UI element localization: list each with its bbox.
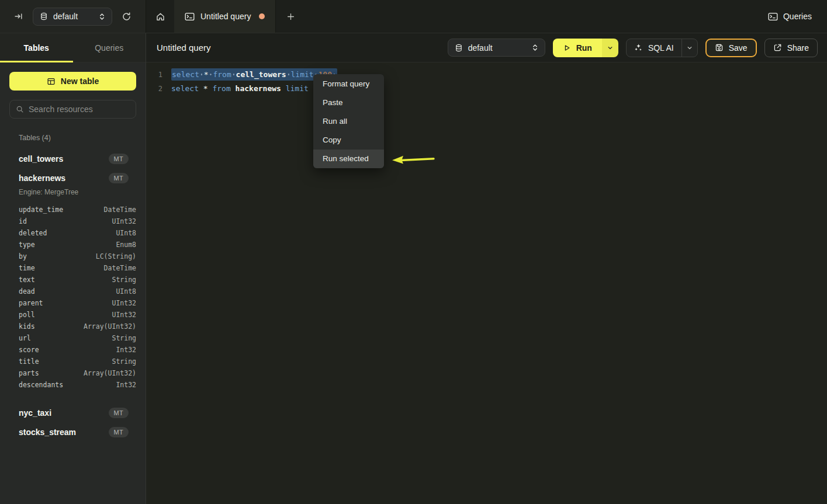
column-name: text xyxy=(19,276,35,284)
sidebar-tab-queries[interactable]: Queries xyxy=(73,33,146,62)
code-token: select xyxy=(172,70,199,79)
sidebar-tabs: Tables Queries xyxy=(0,33,146,62)
column-type: String xyxy=(112,357,136,366)
queries-button[interactable]: Queries xyxy=(768,12,812,21)
database-selector[interactable]: default xyxy=(33,8,112,26)
column-type: String xyxy=(112,334,136,342)
column-row[interactable]: dead UInt8 xyxy=(9,286,136,297)
column-name: type xyxy=(19,241,35,249)
database-selector[interactable]: default xyxy=(448,39,545,57)
tab-label: Untitled query xyxy=(200,12,251,21)
run-button[interactable]: Run xyxy=(553,39,602,57)
column-type: UInt32 xyxy=(112,217,136,225)
column-row[interactable]: time DateTime xyxy=(9,262,136,274)
home-button[interactable] xyxy=(146,0,174,33)
top-bar-right: Queries xyxy=(768,0,827,33)
column-name: poll xyxy=(19,311,35,319)
save-button[interactable]: Save xyxy=(705,39,757,57)
tab-untitled-query[interactable]: Untitled query xyxy=(174,0,276,33)
column-row[interactable]: poll UInt32 xyxy=(9,309,136,321)
new-table-button[interactable]: New table xyxy=(9,72,136,91)
column-type: Int32 xyxy=(116,346,136,354)
table-name: cell_towers xyxy=(19,154,109,164)
table-name: nyc_taxi xyxy=(19,408,109,418)
share-icon xyxy=(773,43,782,52)
column-type: Array(UInt32) xyxy=(84,322,136,331)
terminal-icon xyxy=(768,12,778,21)
search-input[interactable] xyxy=(29,105,130,114)
column-row[interactable]: update_time DateTime xyxy=(9,204,136,215)
column-row[interactable]: by LC(String) xyxy=(9,251,136,262)
search-box xyxy=(9,100,136,119)
database-icon xyxy=(40,12,48,20)
column-name: time xyxy=(19,264,35,272)
column-row[interactable]: parent UInt32 xyxy=(9,297,136,309)
context-menu-item[interactable]: Format query xyxy=(313,74,384,93)
column-row[interactable]: deleted UInt8 xyxy=(9,227,136,239)
column-row[interactable]: url String xyxy=(9,332,136,344)
table-row-cell-towers[interactable]: cell_towers MT xyxy=(9,149,136,168)
sql-ai-options-button[interactable] xyxy=(681,39,697,57)
column-row[interactable]: kids Array(UInt32) xyxy=(9,321,136,332)
table-name: hackernews xyxy=(19,173,109,183)
sparkles-icon xyxy=(634,43,643,52)
share-label: Share xyxy=(787,43,809,53)
code-token: select xyxy=(171,84,199,93)
table-row-nyc-taxi[interactable]: nyc_taxi MT xyxy=(9,403,136,422)
context-menu-item[interactable]: Paste xyxy=(313,93,384,112)
tab-strip: Untitled query Queries xyxy=(146,0,827,33)
code-token: * xyxy=(204,70,209,79)
query-header: Untitled query default Run xyxy=(146,33,827,62)
text-selection: select * from cell_towers limit 100 xyxy=(171,68,337,81)
search-icon xyxy=(16,105,24,113)
code-token: from xyxy=(212,84,230,93)
column-type: DateTime xyxy=(104,264,136,272)
column-name: kids xyxy=(19,322,35,331)
new-tab-button[interactable] xyxy=(276,0,305,33)
unsaved-dot xyxy=(259,13,265,19)
code-line[interactable]: 1select * from cell_towers limit 100 xyxy=(146,68,827,82)
column-name: parts xyxy=(19,369,39,377)
column-type: Array(UInt32) xyxy=(84,369,136,377)
column-row[interactable]: title String xyxy=(9,356,136,367)
code-text: select * from cell_towers limit 100 xyxy=(162,68,337,82)
run-options-button[interactable] xyxy=(602,39,618,57)
column-row[interactable]: score Int32 xyxy=(9,344,136,356)
line-number: 2 xyxy=(146,82,162,96)
sidebar-tab-tables[interactable]: Tables xyxy=(0,33,73,62)
context-menu-item[interactable]: Run selected xyxy=(313,150,384,168)
code-token: from xyxy=(213,70,231,79)
database-icon xyxy=(455,44,463,52)
column-row[interactable]: type Enum8 xyxy=(9,239,136,251)
context-menu-item[interactable]: Copy xyxy=(313,131,384,150)
sql-ai-button[interactable]: SQL AI xyxy=(627,39,681,57)
context-menu-item[interactable]: Run all xyxy=(313,112,384,130)
sql-editor[interactable]: 1select * from cell_towers limit 100 2se… xyxy=(146,62,827,504)
column-row[interactable]: descendants Int32 xyxy=(9,379,136,391)
expand-sidebar-icon[interactable] xyxy=(14,12,23,21)
code-token: hackernews xyxy=(236,84,281,93)
column-name: dead xyxy=(19,287,35,296)
chevron-updown-icon xyxy=(99,13,105,20)
column-name: url xyxy=(19,334,31,342)
line-number: 1 xyxy=(146,68,162,82)
run-button-group: Run xyxy=(553,39,618,57)
code-line[interactable]: 2select * from hackernews limit xyxy=(146,82,827,96)
column-row[interactable]: text String xyxy=(9,274,136,286)
refresh-icon[interactable] xyxy=(122,12,132,22)
context-menu: Format queryPasteRun allCopyRun selected xyxy=(313,74,384,168)
column-type: UInt32 xyxy=(112,299,136,307)
chevron-down-icon xyxy=(607,45,613,51)
column-type: UInt8 xyxy=(116,229,136,237)
column-name: score xyxy=(19,346,39,354)
column-row[interactable]: parts Array(UInt32) xyxy=(9,367,136,379)
column-type: UInt32 xyxy=(112,311,136,319)
code-token: * xyxy=(203,84,208,93)
table-row-hackernews[interactable]: hackernews MT xyxy=(9,168,136,187)
code-token xyxy=(281,84,286,93)
column-row[interactable]: id UInt32 xyxy=(9,215,136,227)
share-button[interactable]: Share xyxy=(764,39,818,57)
table-row-stocks-stream[interactable]: stocks_stream MT xyxy=(9,422,136,442)
tables-section-title: Tables (4) xyxy=(9,134,136,142)
hackernews-columns: update_time DateTime id UInt32 deleted U… xyxy=(9,204,136,394)
